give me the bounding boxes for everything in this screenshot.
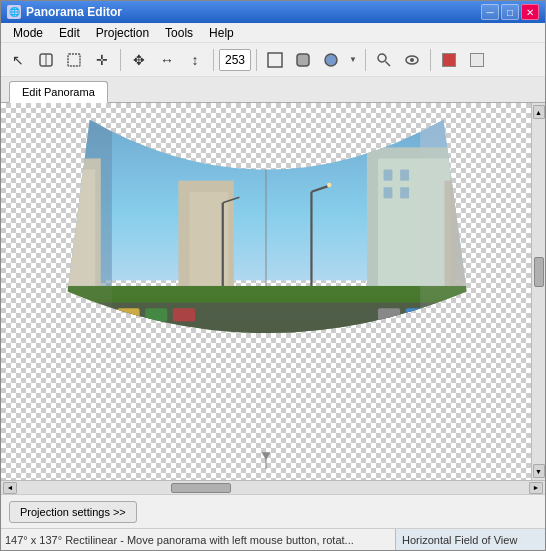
hfov-label: Horizontal Field of View xyxy=(402,534,517,546)
separator-2 xyxy=(213,49,214,71)
hand-tool-button[interactable] xyxy=(33,47,59,73)
svg-rect-42 xyxy=(117,308,139,321)
svg-rect-21 xyxy=(29,216,38,227)
svg-rect-51 xyxy=(1,114,112,469)
eye-button[interactable] xyxy=(399,47,425,73)
separator-3 xyxy=(256,49,257,71)
scroll-right-button[interactable]: ► xyxy=(529,482,543,494)
toolbar: ↖ ✛ ✥ ↔ ↕ xyxy=(1,43,545,77)
number-input[interactable] xyxy=(219,49,251,71)
canvas-and-vscroll: ▲ ▼ xyxy=(1,103,545,480)
svg-rect-38 xyxy=(1,303,531,358)
minimize-button[interactable]: ─ xyxy=(481,4,499,20)
window-title: Panorama Editor xyxy=(26,5,481,19)
horizontal-scrollbar[interactable]: ◄ ► xyxy=(1,480,545,494)
hand-icon xyxy=(38,52,54,68)
panorama-image xyxy=(1,103,531,480)
menu-mode[interactable]: Mode xyxy=(5,24,51,42)
svg-rect-40 xyxy=(62,308,84,321)
menu-tools[interactable]: Tools xyxy=(157,24,201,42)
svg-rect-18 xyxy=(29,198,38,209)
svg-point-34 xyxy=(327,183,331,187)
color1-button[interactable] xyxy=(436,47,462,73)
eye-icon xyxy=(404,52,420,68)
vertical-scrollbar[interactable]: ▲ ▼ xyxy=(531,103,545,480)
projection-bar: Projection settings >> xyxy=(1,494,545,528)
sphere-view-button[interactable] xyxy=(318,47,344,73)
scroll-left-button[interactable]: ◄ xyxy=(3,482,17,494)
svg-rect-44 xyxy=(173,308,195,321)
svg-marker-49 xyxy=(234,352,298,380)
hfov-indicator: Horizontal Field of View xyxy=(395,529,545,550)
separator-1 xyxy=(120,49,121,71)
svg-rect-43 xyxy=(145,308,167,321)
close-button[interactable]: ✕ xyxy=(521,4,539,20)
svg-rect-46 xyxy=(406,308,428,321)
rect-view-icon xyxy=(266,51,284,69)
svg-point-6 xyxy=(378,54,386,62)
tab-bar: Edit Panorama xyxy=(1,77,545,103)
svg-rect-4 xyxy=(297,54,309,66)
scroll-down-button[interactable]: ▼ xyxy=(533,464,545,478)
zoom-button[interactable] xyxy=(371,47,397,73)
svg-rect-30 xyxy=(400,187,409,198)
svg-rect-3 xyxy=(268,53,282,67)
menu-bar: Mode Edit Projection Tools Help xyxy=(1,23,545,43)
window-icon: 🌐 xyxy=(7,5,21,19)
status-bar: 147° x 137° Rectilinear - Move panorama … xyxy=(1,528,545,550)
sphere-icon xyxy=(322,51,340,69)
scroll-h-track[interactable] xyxy=(19,482,527,494)
canvas-area[interactable] xyxy=(1,103,531,480)
svg-point-5 xyxy=(325,54,337,66)
svg-rect-20 xyxy=(58,198,67,209)
svg-rect-15 xyxy=(29,181,38,192)
svg-rect-41 xyxy=(90,308,112,321)
move-v-button[interactable]: ↕ xyxy=(182,47,208,73)
view-dropdown-button[interactable]: ▼ xyxy=(346,47,360,73)
svg-rect-16 xyxy=(43,181,52,192)
move-all-button[interactable]: ✥ xyxy=(126,47,152,73)
svg-point-9 xyxy=(410,58,414,62)
canvas-scroll-wrapper: ▲ ▼ ◄ ► xyxy=(1,103,545,494)
crosshair-tool-button[interactable]: ✛ xyxy=(89,47,115,73)
scroll-up-button[interactable]: ▲ xyxy=(533,105,545,119)
menu-help[interactable]: Help xyxy=(201,24,242,42)
svg-rect-45 xyxy=(378,308,400,321)
zoom-icon xyxy=(376,52,392,68)
scroll-v-thumb[interactable] xyxy=(534,257,544,287)
select-icon xyxy=(66,52,82,68)
svg-rect-52 xyxy=(420,114,531,469)
cylinder-view-button[interactable] xyxy=(290,47,316,73)
separator-4 xyxy=(365,49,366,71)
scroll-v-track[interactable] xyxy=(533,119,545,464)
svg-rect-39 xyxy=(34,308,56,321)
color2-button[interactable] xyxy=(464,47,490,73)
bottom-area: ◄ ► xyxy=(1,480,545,494)
svg-marker-54 xyxy=(262,452,271,460)
move-h-button[interactable]: ↔ xyxy=(154,47,180,73)
main-window: 🌐 Panorama Editor ─ □ ✕ Mode Edit Projec… xyxy=(0,0,546,551)
menu-edit[interactable]: Edit xyxy=(51,24,88,42)
svg-rect-28 xyxy=(400,170,409,181)
svg-rect-17 xyxy=(58,181,67,192)
maximize-button[interactable]: □ xyxy=(501,4,519,20)
separator-5 xyxy=(430,49,431,71)
svg-rect-19 xyxy=(43,198,52,209)
svg-rect-29 xyxy=(384,187,393,198)
rect-view-button[interactable] xyxy=(262,47,288,73)
menu-projection[interactable]: Projection xyxy=(88,24,157,42)
cylinder-icon xyxy=(294,51,312,69)
pointer-tool-button[interactable]: ↖ xyxy=(5,47,31,73)
scroll-h-thumb[interactable] xyxy=(171,483,231,493)
svg-rect-27 xyxy=(384,170,393,181)
svg-line-7 xyxy=(386,61,391,66)
projection-settings-button[interactable]: Projection settings >> xyxy=(9,501,137,523)
svg-rect-47 xyxy=(433,308,455,321)
main-area: ▲ ▼ ◄ ► xyxy=(1,103,545,494)
tab-edit-panorama[interactable]: Edit Panorama xyxy=(9,81,108,103)
select-tool-button[interactable] xyxy=(61,47,87,73)
title-buttons: ─ □ ✕ xyxy=(481,4,539,20)
title-bar: 🌐 Panorama Editor ─ □ ✕ xyxy=(1,1,545,23)
svg-rect-2 xyxy=(68,54,80,66)
status-text: 147° x 137° Rectilinear - Move panorama … xyxy=(5,534,354,546)
